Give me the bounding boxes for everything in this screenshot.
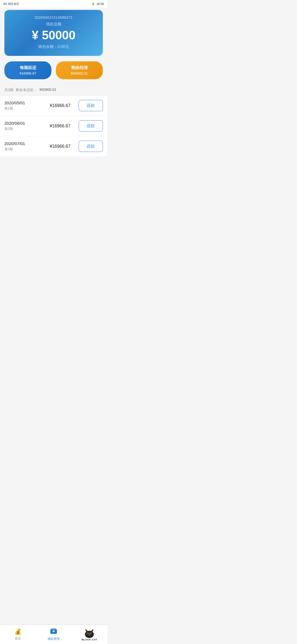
item-date-info-1: 2020/05/01 第1期 <box>4 100 42 111</box>
wallet-balance: 钱包余额：0.00元 <box>11 44 96 49</box>
battery-icon: 🔋 <box>91 2 95 6</box>
item-amount-2: ¥16966.67 <box>42 124 79 129</box>
monthly-amount: ¥16966.67 <box>7 71 49 75</box>
item-date-info-3: 2020/07/01 第3期 <box>4 141 42 152</box>
item-amount-3: ¥16966.67 <box>42 144 79 149</box>
action-buttons: 每期应还 ¥16966.67 剩余结清 ¥50900.01 <box>0 61 107 79</box>
settle-button[interactable]: 剩余结清 ¥50900.01 <box>56 61 103 79</box>
main-content: 4G 855 B/S 🔋 18:56 202004021514566271 借款… <box>0 0 107 178</box>
loan-amount: ¥ 50000 <box>11 28 96 42</box>
summary-row: 共3期 剩余未还款： ¥50900.01 <box>0 85 107 95</box>
repay-button-1[interactable]: 还款 <box>79 100 103 111</box>
item-date-info-2: 2020/06/01 第2期 <box>4 121 42 131</box>
settle-amount: ¥50900.01 <box>59 71 100 75</box>
remaining-amount: ¥50900.01 <box>39 88 56 92</box>
item-date-2: 2020/06/01 <box>4 121 42 125</box>
repay-button-3[interactable]: 还款 <box>79 141 103 152</box>
monthly-payment-button[interactable]: 每期应还 ¥16966.67 <box>4 61 51 79</box>
item-date-3: 2020/07/01 <box>4 141 42 146</box>
settle-label: 剩余结清 <box>59 65 100 70</box>
hero-card: 202004021514566271 借款总额 ¥ 50000 钱包余额：0.0… <box>4 10 103 56</box>
table-row: 2020/06/01 第2期 ¥16966.67 还款 <box>0 116 107 136</box>
time-text: 18:56 <box>96 2 104 6</box>
item-amount-1: ¥16966.67 <box>42 103 79 108</box>
loan-label: 借款总额 <box>11 22 96 27</box>
remaining-label: 剩余未还款： <box>16 88 37 92</box>
table-row: 2020/05/01 第1期 ¥16966.67 还款 <box>0 95 107 116</box>
status-bar: 4G 855 B/S 🔋 18:56 <box>0 0 107 8</box>
repay-button-2[interactable]: 还款 <box>79 120 103 132</box>
table-row: 2020/07/01 第3期 ¥16966.67 还款 <box>0 136 107 156</box>
loan-id: 202004021514566271 <box>11 15 96 20</box>
status-left: 4G 855 B/S <box>3 2 19 6</box>
repayment-list: 2020/05/01 第1期 ¥16966.67 还款 2020/06/01 第… <box>0 95 107 156</box>
item-period-3: 第3期 <box>4 147 42 152</box>
carrier-text: 4G <box>3 2 7 6</box>
item-period-2: 第2期 <box>4 127 42 131</box>
item-period-1: 第1期 <box>4 106 42 111</box>
total-periods: 共3期 <box>4 88 13 92</box>
status-right: 🔋 18:56 <box>91 2 104 6</box>
signal-text: 855 B/S <box>8 2 19 6</box>
monthly-label: 每期应还 <box>7 65 49 70</box>
item-date-1: 2020/05/01 <box>4 100 42 105</box>
